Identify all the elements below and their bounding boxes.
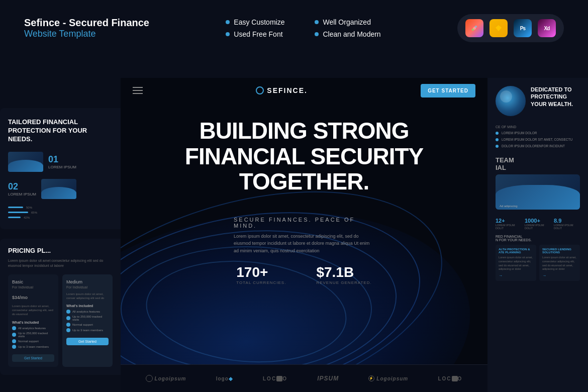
- svg-point-2: [475, 26, 477, 28]
- card-item-num-2: 02: [8, 181, 36, 192]
- card-thumb-2: [41, 179, 76, 199]
- stat-currencies: 170+ TOTAL CURRENCIES.: [236, 264, 286, 285]
- left-card-title: TAILORED FINANCIAL PROTECTION FOR YOUR N…: [8, 118, 113, 144]
- feature-dot: [226, 32, 230, 36]
- nav-line: [133, 90, 143, 91]
- logo-text: Logoipsum: [155, 376, 186, 381]
- feature-used-free-font: Used Free Font: [226, 30, 284, 38]
- feature-dot: [315, 32, 319, 36]
- plan-medium-name: Medium: [66, 279, 109, 284]
- feature-dot: [226, 20, 230, 24]
- hero-nav: SEFINCE. GET STARTED: [121, 78, 487, 103]
- right-list-item-2: LOREM IPSUM DOLOR SIT AMET, CONSECTU: [496, 137, 580, 142]
- logo-text: IPSUM: [317, 375, 339, 382]
- list-text: DOLOR IPSUM DOLORENFOR INCIDUNT: [502, 144, 565, 148]
- stat-currencies-label: TOTAL CURRENCIES.: [236, 280, 286, 285]
- logo-text: LOC□O: [263, 376, 287, 381]
- stat-revenue-num: $7.1B: [316, 264, 371, 280]
- nav-logo-text: SEFINCE.: [267, 86, 308, 94]
- nav-cta-button[interactable]: GET STARTED: [421, 84, 475, 97]
- right-card-wealth: DEDICATED TO PROTECTING YOUR WEALTH. CE …: [496, 86, 580, 148]
- plan-basic-desc: Lorem ipsum dolor sit amet, consectetur …: [12, 304, 54, 317]
- hero-desc: Lorem ipsum dolor sit amet, consectetur …: [234, 233, 374, 254]
- feature-text: Up to 250,000 tracked visits: [18, 332, 54, 338]
- right-list-item-3: DOLOR IPSUM DOLORENFOR INCIDUNT: [496, 144, 580, 148]
- feature-text: Normal support: [72, 323, 93, 326]
- plan-feature: Up to 250,000 tracked visits: [66, 315, 109, 321]
- bottom-logos: Logoipsum logo◆ LOC□O IPSUM ⚡ Logoipsum …: [121, 364, 487, 392]
- nav-logo: SEFINCE.: [256, 86, 308, 94]
- logo-5: ⚡ Logoipsum: [368, 375, 408, 381]
- hero-title-line3: TOGETHER.: [185, 169, 423, 194]
- brand-subtitle: Website Template: [24, 29, 149, 39]
- list-dot: [496, 145, 499, 148]
- feature-clean-modern: Clean and Modern: [315, 30, 380, 38]
- mini-card-text-2: Lorem ipsum dolor sit amet, consectetur …: [542, 256, 577, 271]
- header: Sefince - Secured Finance Website Templa…: [0, 0, 588, 52]
- right-mini-card-1: ALTH PROTECTION & ATE PLANNING Lorem ips…: [496, 245, 536, 281]
- check-icon: [66, 323, 70, 327]
- pricing-card: PRICING PL... Lorem ipsum dolor sit amet…: [0, 239, 121, 375]
- stat-revenue-label: REVENUE GENERATED.: [316, 280, 371, 285]
- logo-3: LOC□O: [263, 376, 287, 381]
- arrow-icon-2: →: [542, 273, 577, 278]
- right-stats: 12+ LOREM IPSUM DOLIT 1000+ LOREM IPSUM …: [496, 218, 580, 230]
- plan-feature: Up to 250,000 tracked visits: [12, 332, 54, 338]
- list-text: LOREM IPSUM DOLOR: [502, 131, 537, 135]
- feature-text: Normal support: [18, 340, 39, 343]
- feature-text: Up to 3 team members: [18, 345, 49, 348]
- feature-text: Up to 3 team members: [72, 329, 103, 332]
- plan-medium-features-title: What's included: [66, 304, 109, 308]
- hero-title: BUILDING STRONG FINANCIAL SECURITY TOGET…: [185, 118, 423, 194]
- adobe-xd-icon: Xd: [538, 19, 556, 37]
- right-card-solutions: RED FINANCIALN FOR YOUR NEEDS. ALTH PROT…: [496, 235, 580, 281]
- brand-title: Sefince - Secured Finance: [24, 17, 149, 29]
- logo-2: logo◆: [216, 376, 233, 381]
- right-mini-cards: ALTH PROTECTION & ATE PLANNING Lorem ips…: [496, 245, 580, 281]
- mini-card-text-1: Lorem ipsum dolor sit amet, consectetur …: [499, 256, 533, 271]
- stat-label-3: LOREM IPSUM DOLIT: [554, 224, 580, 230]
- list-text: LOREM IPSUM DOLOR SIT AMET, CONSECTU: [502, 137, 572, 142]
- logo-6: LOC□O: [438, 376, 462, 381]
- plan-basic-price: $34/mo: [12, 292, 54, 301]
- pricing-plans: Basic For Individual $34/mo Lorem ipsum …: [8, 274, 113, 367]
- stat-label-1: LOREM IPSUM DOLIT: [496, 224, 522, 230]
- stat-label-2: LOREM IPSUM DOLIT: [525, 224, 551, 230]
- feature-text: All analytics features: [18, 327, 46, 330]
- check-icon: [12, 345, 16, 349]
- check-icon: [12, 339, 16, 343]
- hamburger-icon[interactable]: [133, 87, 143, 94]
- feature-label: Used Free Font: [234, 30, 282, 38]
- center-hero: SEFINCE. GET STARTED BUILDING STRONG FIN…: [121, 78, 487, 392]
- plan-feature: Normal support: [66, 323, 109, 327]
- hero-sub-title: SECURE FINANCES. PEACE OF MIND.: [234, 217, 379, 229]
- feature-text: All analytics features: [72, 310, 100, 313]
- check-icon: [66, 310, 70, 314]
- stat-num-3: 8.9: [554, 218, 580, 224]
- right-wealth-title: DEDICATED TO PROTECTING YOUR WEALTH.: [531, 86, 580, 108]
- hero-stats: 170+ TOTAL CURRENCIES. $7.1B REVENUE GEN…: [236, 264, 371, 285]
- plan-feature: Up to 3 team members: [66, 328, 109, 332]
- stat-currencies-num: 170+: [236, 264, 286, 280]
- check-icon: [12, 326, 16, 330]
- left-tailored-card: TAILORED FINANCIAL PROTECTION FOR YOUR N…: [0, 108, 121, 229]
- right-panel: DEDICATED TO PROTECTING YOUR WEALTH. CE …: [487, 78, 588, 392]
- logo-text: Logoipsum: [376, 376, 408, 381]
- pricing-subtitle: Lorem ipsum dolor sit amet consectetur a…: [8, 258, 113, 268]
- hero-title-line1: BUILDING STRONG: [185, 118, 423, 144]
- plan-medium-cta[interactable]: Get Started: [66, 338, 109, 345]
- svg-point-1: [472, 26, 474, 28]
- nav-line: [133, 87, 143, 88]
- card-item-label-1: LOREM IPSUM: [48, 165, 76, 169]
- nav-line: [133, 93, 143, 94]
- plan-basic-for: For Individual: [12, 285, 54, 289]
- logo-1: Logoipsum: [146, 375, 186, 382]
- nav-logo-icon: [256, 86, 264, 94]
- logo-text: logo◆: [216, 376, 233, 381]
- plan-basic-cta[interactable]: Get Started: [12, 354, 54, 362]
- figma-icon: [465, 19, 483, 37]
- plan-basic-features-title: What's included: [12, 321, 54, 324]
- right-card-team: TEAM IAL Ad adipiscing: [496, 156, 580, 210]
- plan-medium-for: For Individual: [66, 285, 109, 289]
- features-list: Easy Customize Used Free Font Well Organ…: [226, 18, 380, 38]
